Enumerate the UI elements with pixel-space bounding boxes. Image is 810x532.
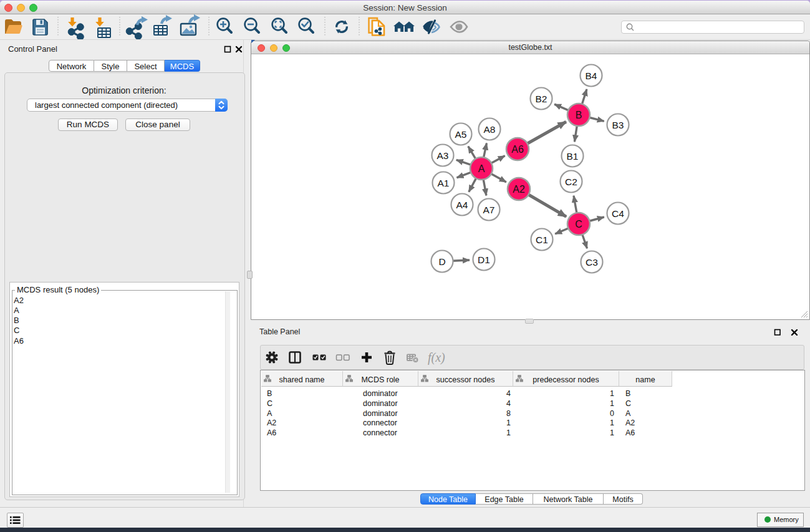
svg-text:C3: C3 [586,257,598,268]
svg-text:B2: B2 [536,94,547,104]
svg-text:A7: A7 [483,205,495,215]
svg-text:A6: A6 [511,144,524,155]
svg-text:C4: C4 [612,208,624,219]
svg-text:B: B [576,110,582,120]
svg-text:A8: A8 [484,124,496,135]
svg-text:A5: A5 [455,129,467,140]
svg-text:A2: A2 [513,184,525,195]
svg-text:D1: D1 [478,254,490,265]
svg-text:C: C [575,219,582,230]
svg-text:B4: B4 [586,70,597,81]
svg-text:f(x): f(x) [428,351,445,365]
svg-text:B3: B3 [612,120,624,130]
svg-text:D: D [438,256,445,267]
svg-text:A3: A3 [437,150,449,161]
svg-text:C2: C2 [565,177,577,187]
svg-text:A1: A1 [438,178,450,188]
svg-text:B1: B1 [567,151,579,162]
svg-text:A4: A4 [456,200,468,210]
svg-text:A: A [478,163,485,174]
svg-text:C1: C1 [536,235,548,245]
